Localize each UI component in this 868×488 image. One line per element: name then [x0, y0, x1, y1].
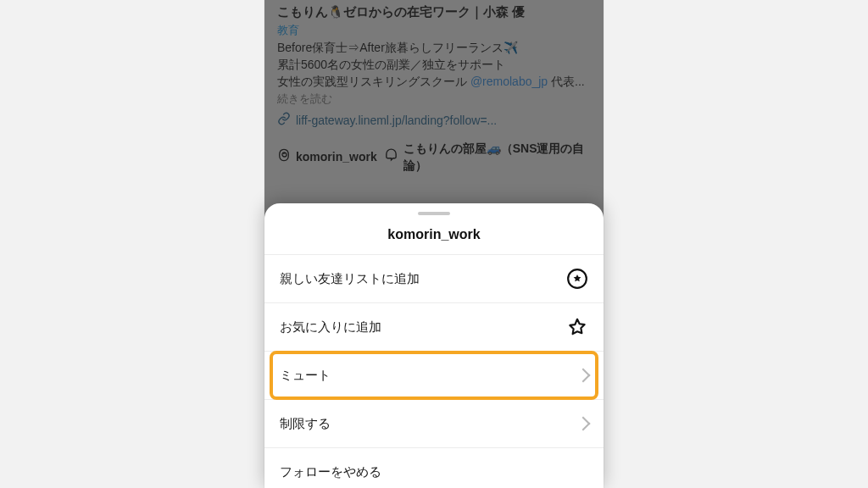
threads-link[interactable]: komorin_work — [277, 148, 377, 166]
sheet-item-unfollow[interactable]: フォローをやめる — [264, 448, 604, 488]
sheet-item-mute[interactable]: ミュート — [264, 352, 604, 399]
star-outline-icon — [566, 316, 588, 338]
action-sheet: komorin_work 親しい友達リストに追加 お気に入りに追加 ミュート 制… — [264, 203, 604, 488]
read-more[interactable]: 続きを読む — [277, 92, 591, 108]
sheet-item-label: 制限する — [280, 416, 578, 432]
threads-handle: komorin_work — [296, 148, 377, 165]
bio-mention[interactable]: @remolabo_jp — [470, 75, 548, 88]
sheet-item-label: お気に入りに追加 — [280, 319, 566, 336]
sheet-item-label: ミュート — [280, 368, 578, 384]
sheet-item-label: 親しい友達リストに追加 — [280, 271, 566, 287]
bio-line: 累計5600名の女性の副業／独立をサポート 女性の実践型リスキリングスクール @… — [277, 56, 591, 91]
phone-frame: こもりん🐧ゼロからの在宅ワーク｜小森 優 教育 Before保育士⇒After旅… — [264, 0, 604, 488]
broadcast-link[interactable]: こもりんの部屋🚙（SNS運用の自論） — [384, 140, 591, 175]
external-link-row[interactable]: liff-gateway.lineml.jp/landing?follow=..… — [277, 112, 591, 130]
display-name: こもりん🐧ゼロからの在宅ワーク｜小森 優 — [277, 3, 591, 21]
profile-background: こもりん🐧ゼロからの在宅ワーク｜小森 優 教育 Before保育士⇒After旅… — [264, 0, 604, 191]
social-row: komorin_work こもりんの部屋🚙（SNS運用の自論） — [277, 140, 591, 175]
external-link-text: liff-gateway.lineml.jp/landing?follow=..… — [296, 112, 497, 129]
sheet-item-close-friends[interactable]: 親しい友達リストに追加 — [264, 255, 604, 302]
chevron-right-icon — [578, 419, 588, 429]
bio-line: Before保育士⇒After旅暮らしフリーランス✈️ — [277, 39, 591, 56]
link-icon — [277, 112, 291, 130]
star-circle-icon — [566, 268, 588, 290]
sheet-item-favorite[interactable]: お気に入りに追加 — [264, 303, 604, 351]
broadcast-name: こもりんの部屋🚙（SNS運用の自論） — [403, 140, 591, 175]
bio-text: 代表... — [548, 75, 585, 88]
bio-text: 女性の実践型リスキリングスクール — [277, 75, 470, 88]
sheet-item-label: フォローをやめる — [280, 464, 588, 480]
threads-icon — [277, 148, 291, 166]
chevron-right-icon — [578, 370, 588, 380]
sheet-title: komorin_work — [264, 215, 604, 254]
sheet-item-restrict[interactable]: 制限する — [264, 400, 604, 447]
broadcast-icon — [384, 147, 398, 166]
profile-category[interactable]: 教育 — [277, 23, 591, 39]
bio-text: 累計5600名の女性の副業／独立をサポート — [277, 58, 505, 71]
